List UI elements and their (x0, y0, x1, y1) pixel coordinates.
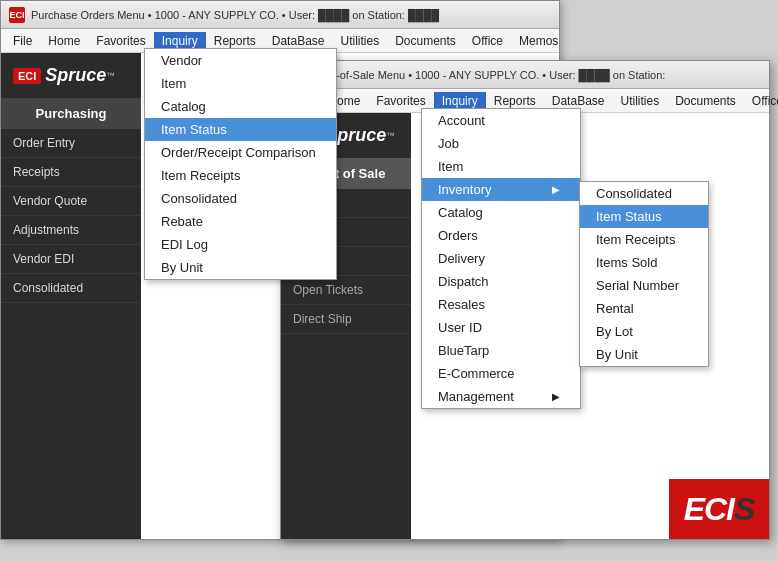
dropdown-item-rebate[interactable]: Rebate (145, 210, 336, 233)
dropdown-inquiry-1: Vendor Item Catalog Item Status Order/Re… (144, 48, 337, 280)
sidebar-item-vendor-quote[interactable]: Vendor Quote (1, 187, 141, 216)
menu-utilities-2[interactable]: Utilities (612, 92, 667, 110)
dropdown2-item-ecommerce[interactable]: E-Commerce (422, 362, 580, 385)
submenu-item-items-sold[interactable]: Items Sold (580, 251, 708, 274)
submenu-item-serial-number[interactable]: Serial Number (580, 274, 708, 297)
menu-documents-1[interactable]: Documents (387, 32, 464, 50)
dropdown2-item-orders[interactable]: Orders (422, 224, 580, 247)
sidebar-item-adjustments[interactable]: Adjustments (1, 216, 141, 245)
menu-reports-2[interactable]: Reports (486, 92, 544, 110)
eci-icon-1: ECI (9, 7, 25, 23)
titlebar-2: ECI Point-of-Sale Menu • 1000 - ANY SUPP… (281, 61, 769, 89)
sidebar-item-order-entry[interactable]: Order Entry (1, 129, 141, 158)
dropdown2-item-item[interactable]: Item (422, 155, 580, 178)
menu-favorites-1[interactable]: Favorites (88, 32, 153, 50)
dropdown-item-item-receipts[interactable]: Item Receipts (145, 164, 336, 187)
titlebar-1: ECI Purchase Orders Menu • 1000 - ANY SU… (1, 1, 559, 29)
menu-database-2[interactable]: DataBase (544, 92, 613, 110)
sidebar-item-receipts[interactable]: Receipts (1, 158, 141, 187)
sidebar-section-1: Purchasing (1, 98, 141, 129)
submenu-item-by-lot[interactable]: By Lot (580, 320, 708, 343)
dropdown-item-catalog[interactable]: Catalog (145, 95, 336, 118)
window-point-of-sale: ECI Point-of-Sale Menu • 1000 - ANY SUPP… (280, 60, 770, 540)
sidebar-logo-1: ECI Spruce™ (1, 53, 141, 98)
dropdown2-item-inventory[interactable]: Inventory ▶ (422, 178, 580, 201)
dropdown2-item-dispatch[interactable]: Dispatch (422, 270, 580, 293)
submenu-item-consolidated[interactable]: Consolidated (580, 182, 708, 205)
dropdown2-item-user-id[interactable]: User ID (422, 316, 580, 339)
chevron-right-icon: ▶ (552, 184, 560, 195)
submenu-item-rental[interactable]: Rental (580, 297, 708, 320)
dropdown2-item-account[interactable]: Account (422, 109, 580, 132)
dropdown-item-edi-log[interactable]: EDI Log (145, 233, 336, 256)
menu-database-1[interactable]: DataBase (264, 32, 333, 50)
menu-office-2[interactable]: Office (744, 92, 778, 110)
menu-reports-1[interactable]: Reports (206, 32, 264, 50)
dropdown2-item-job[interactable]: Job (422, 132, 580, 155)
submenu-item-item-receipts[interactable]: Item Receipts (580, 228, 708, 251)
dropdown-item-item-status[interactable]: Item Status (145, 118, 336, 141)
menu-office-1[interactable]: Office (464, 32, 511, 50)
dropdown2-item-bluetarp[interactable]: BlueTarp (422, 339, 580, 362)
menu-inquiry-1[interactable]: Inquiry (154, 32, 206, 50)
dropdown2-item-delivery[interactable]: Delivery (422, 247, 580, 270)
titlebar-text-1: Purchase Orders Menu • 1000 - ANY SUPPLY… (31, 9, 439, 21)
dropdown-item-by-unit[interactable]: By Unit (145, 256, 336, 279)
menu-memos-1[interactable]: Memos (511, 32, 566, 50)
chevron-right-icon-2: ▶ (552, 391, 560, 402)
eci-corner-logo: ECIS (669, 479, 769, 539)
menu-home-1[interactable]: Home (40, 32, 88, 50)
submenu-item-by-unit[interactable]: By Unit (580, 343, 708, 366)
sidebar-1: ECI Spruce™ Purchasing Order Entry Recei… (1, 53, 141, 539)
menu-documents-2[interactable]: Documents (667, 92, 744, 110)
dropdown-item-consolidated[interactable]: Consolidated (145, 187, 336, 210)
menu-inquiry-2[interactable]: Inquiry (434, 92, 486, 110)
menu-favorites-2[interactable]: Favorites (368, 92, 433, 110)
dropdown-item-item[interactable]: Item (145, 72, 336, 95)
dropdown-item-vendor[interactable]: Vendor (145, 49, 336, 72)
dropdown-inquiry-2: Account Job Item Inventory ▶ Catalog Ord… (421, 108, 581, 409)
submenu-item-item-status[interactable]: Item Status (580, 205, 708, 228)
menu-utilities-1[interactable]: Utilities (332, 32, 387, 50)
sidebar-item-vendor-edi[interactable]: Vendor EDI (1, 245, 141, 274)
submenu-inventory: Consolidated Item Status Item Receipts I… (579, 181, 709, 367)
dropdown2-item-management[interactable]: Management ▶ (422, 385, 580, 408)
brand-text-1: Spruce (45, 65, 106, 86)
menu-file-1[interactable]: File (5, 32, 40, 50)
dropdown2-item-resales[interactable]: Resales (422, 293, 580, 316)
eci-badge-1: ECI (13, 68, 41, 84)
titlebar-text-2: Point-of-Sale Menu • 1000 - ANY SUPPLY C… (311, 69, 665, 81)
sidebar-item-consolidated[interactable]: Consolidated (1, 274, 141, 303)
sidebar-item-direct-ship[interactable]: Direct Ship (281, 305, 411, 334)
dropdown-item-order-receipt-comparison[interactable]: Order/Receipt Comparison (145, 141, 336, 164)
dropdown2-item-catalog[interactable]: Catalog (422, 201, 580, 224)
sidebar-item-open-tickets[interactable]: Open Tickets (281, 276, 411, 305)
